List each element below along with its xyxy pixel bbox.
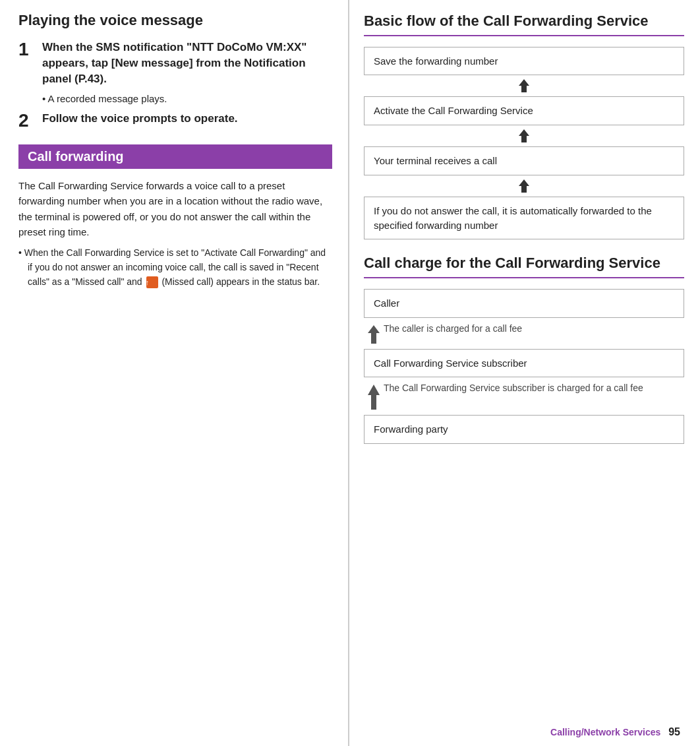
svg-marker-0 [519,79,529,92]
flow-box-4-text: If you do not answer the call, it is aut… [374,205,652,231]
flow-box-1: Save the forwarding number [364,47,684,76]
svg-marker-2 [519,179,529,193]
page-number: 95 [668,726,680,737]
subscriber-box-text: Call Forwarding Service subscriber [374,357,527,369]
flow-box-2-text: Activate the Call Forwarding Service [374,105,533,116]
step1-sub: • A recorded message plays. [42,93,332,104]
svg-marker-1 [519,129,529,142]
flow-box-3: Your terminal receives a call [364,146,684,175]
caller-box-text: Caller [374,297,399,309]
basic-flow-divider [364,35,684,36]
left-section-title: Playing the voice message [18,12,332,29]
charge-section-title: Call charge for the Call Forwarding Serv… [364,254,684,273]
step2-text: Follow the voice prompts to operate. [42,111,332,127]
page-footer: Calling/Network Services 95 [550,726,680,738]
svg-marker-4 [368,385,380,410]
page: Playing the voice message 1 When the SMS… [0,0,700,746]
step2-row: 2 Follow the voice prompts to operate. [18,111,332,131]
flow-box-1-text: Save the forwarding number [374,55,498,67]
caller-box: Caller [364,289,684,318]
caller-arrow-row: The caller is charged for a call fee [364,322,684,345]
svg-marker-3 [368,325,380,344]
step1-row: 1 When the SMS notification "NTT DoCoMo … [18,40,332,86]
step1-text: When the SMS notification "NTT DoCoMo VM… [42,40,332,86]
forwarding-box-text: Forwarding party [374,423,448,435]
arrow-3 [364,175,684,197]
call-forwarding-body: The Call Forwarding Service forwards a v… [18,178,332,239]
missed-call-icon: ↑ [146,276,158,288]
step1-number: 1 [18,40,42,60]
left-column: Playing the voice message 1 When the SMS… [0,0,349,746]
subscriber-note-text: The Call Forwarding Service subscriber i… [384,381,643,394]
arrow-2 [364,125,684,146]
flow-box-3-text: Your terminal receives a call [374,155,497,166]
subscriber-box: Call Forwarding Service subscriber [364,349,684,378]
bullet-text2: (Missed call) appears in the status bar. [161,276,320,287]
right-column: Basic flow of the Call Forwarding Servic… [349,0,700,746]
forwarding-box: Forwarding party [364,415,684,444]
footer-label: Calling/Network Services [550,727,660,737]
charge-divider [364,277,684,278]
subscriber-arrow-row: The Call Forwarding Service subscriber i… [364,381,684,411]
flow-box-2: Activate the Call Forwarding Service [364,96,684,125]
caller-arrow-icon [364,322,384,345]
caller-note-text: The caller is charged for a call fee [384,322,522,335]
subscriber-arrow-icon [364,381,384,411]
step2-number: 2 [18,111,42,131]
call-forwarding-banner: Call forwarding [18,144,332,169]
flow-box-4: If you do not answer the call, it is aut… [364,197,684,240]
call-forwarding-bullet: • When the Call Forwarding Service is se… [18,246,332,289]
basic-flow-title: Basic flow of the Call Forwarding Servic… [364,12,684,31]
arrow-1 [364,75,684,96]
